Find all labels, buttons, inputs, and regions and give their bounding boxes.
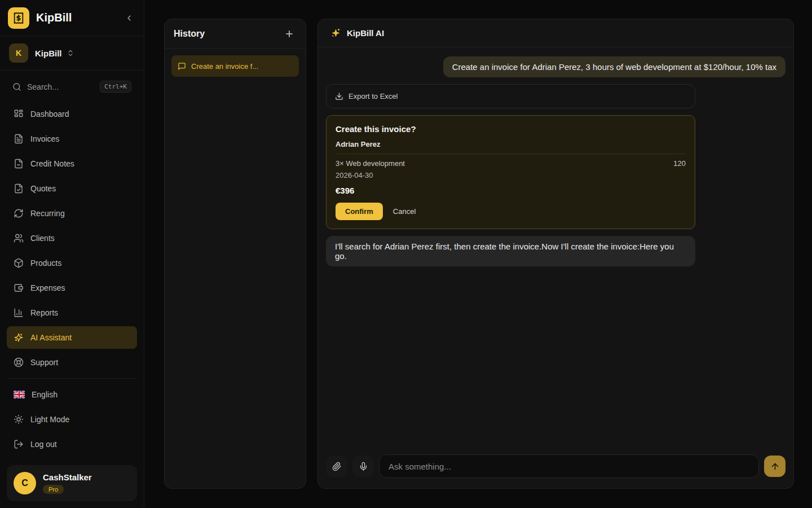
- export-to-excel-button[interactable]: Export to Excel: [326, 84, 695, 108]
- user-info: CashStalker Pro: [43, 472, 92, 494]
- chevrons-up-down-icon: [67, 49, 74, 57]
- microphone-icon: [359, 462, 368, 471]
- main-content: History Create an invoice f...: [144, 0, 812, 508]
- message-list: Create an invoice for Adrian Perez, 3 ho…: [318, 47, 793, 448]
- user-message-bubble: Create an invoice for Adrian Perez, 3 ho…: [443, 56, 785, 77]
- invoice-card-actions: Confirm Cancel: [336, 203, 686, 220]
- paperclip-icon: [332, 462, 342, 471]
- sidebar-item-label: Credit Notes: [30, 159, 74, 168]
- plus-icon: [284, 29, 294, 39]
- dashboard-icon: [14, 109, 24, 119]
- plan-badge: Pro: [43, 485, 64, 494]
- sidebar-item-ai-assistant[interactable]: AI Assistant: [7, 326, 137, 349]
- bar-chart-icon: [14, 308, 24, 318]
- user-message-row: Create an invoice for Adrian Perez, 3 ho…: [326, 56, 785, 77]
- sidebar-item-label: Quotes: [30, 184, 56, 193]
- sidebar-item-label: Support: [30, 358, 58, 367]
- sidebar-item-label: Dashboard: [30, 110, 69, 119]
- history-panel: History Create an invoice f...: [164, 19, 306, 489]
- invoice-file-icon: [14, 134, 24, 144]
- sparkles-icon: [330, 28, 341, 38]
- sidebar-divider: [7, 378, 137, 379]
- sidebar-item-label: Clients: [30, 234, 55, 243]
- sidebar-item-credit-notes[interactable]: Credit Notes: [7, 152, 137, 175]
- wallet-icon: [14, 283, 24, 293]
- sidebar-header: KipBill: [0, 0, 144, 36]
- search-shortcut-badge: Ctrl+K: [100, 81, 131, 93]
- theme-toggle[interactable]: Light Mode: [7, 408, 137, 431]
- arrow-up-icon: [770, 462, 780, 471]
- logout-label: Log out: [30, 440, 57, 449]
- workspace-avatar: K: [9, 43, 28, 63]
- sidebar-collapse-button[interactable]: [122, 11, 136, 25]
- confirm-button[interactable]: Confirm: [336, 203, 383, 220]
- sidebar-item-label: Recurring: [30, 209, 65, 218]
- user-name: CashStalker: [43, 472, 92, 482]
- sidebar-item-label: AI Assistant: [30, 333, 72, 342]
- sidebar-item-products[interactable]: Products: [7, 252, 137, 274]
- history-item-label: Create an invoice f...: [191, 62, 258, 71]
- language-selector[interactable]: English: [7, 383, 137, 406]
- assistant-message-bubble: I'll search for Adrian Perez first, then…: [326, 236, 695, 266]
- sidebar-nav: Dashboard Invoices Credit Notes Quotes R…: [0, 99, 144, 458]
- search-icon: [12, 82, 21, 91]
- send-button[interactable]: [764, 456, 785, 477]
- sidebar-item-recurring[interactable]: Recurring: [7, 202, 137, 225]
- sidebar-item-expenses[interactable]: Expenses: [7, 277, 137, 299]
- app-logo: [8, 7, 29, 29]
- sun-icon: [14, 414, 24, 424]
- user-profile-card[interactable]: C CashStalker Pro: [7, 465, 137, 501]
- package-icon: [14, 258, 24, 268]
- invoice-client-name: Adrian Perez: [336, 140, 686, 154]
- chat-bubble-icon: [178, 62, 186, 71]
- app-root: KipBill K KipBill Search... Ctrl+K: [0, 0, 812, 508]
- history-title: History: [174, 29, 205, 39]
- sidebar-item-invoices[interactable]: Invoices: [7, 128, 137, 150]
- chat-title: KipBill AI: [347, 28, 384, 38]
- sidebar-item-label: Invoices: [30, 134, 59, 143]
- workspace-name: KipBill: [35, 49, 62, 58]
- voice-input-button[interactable]: [352, 456, 374, 477]
- download-icon: [335, 92, 343, 100]
- export-label: Export to Excel: [348, 92, 398, 100]
- chat-input[interactable]: [379, 454, 759, 478]
- invoice-card-title: Create this invoice?: [336, 124, 686, 134]
- sidebar-item-reports[interactable]: Reports: [7, 301, 137, 324]
- sidebar-item-dashboard[interactable]: Dashboard: [7, 103, 137, 125]
- sidebar-item-label: Expenses: [30, 283, 65, 292]
- cancel-button[interactable]: Cancel: [393, 207, 416, 216]
- invoice-line-item: 3× Web development 120: [336, 159, 686, 168]
- history-list-item[interactable]: Create an invoice f...: [171, 55, 299, 77]
- attach-file-button[interactable]: [326, 456, 347, 477]
- app-title: KipBill: [36, 11, 72, 24]
- search-trigger[interactable]: Search... Ctrl+K: [8, 77, 136, 96]
- logout-icon: [14, 439, 24, 449]
- uk-flag-icon: [14, 391, 25, 398]
- sidebar-item-clients[interactable]: Clients: [7, 227, 137, 249]
- workspace-switcher[interactable]: K KipBill: [0, 36, 144, 71]
- logout-button[interactable]: Log out: [7, 433, 137, 456]
- language-label: English: [32, 390, 58, 399]
- avatar: C: [14, 472, 36, 494]
- invoice-due-date: 2026-04-30: [336, 171, 686, 179]
- message-composer: [318, 448, 793, 488]
- theme-toggle-label: Light Mode: [30, 415, 69, 424]
- sidebar-item-quotes[interactable]: Quotes: [7, 177, 137, 200]
- history-list: Create an invoice f...: [165, 49, 306, 84]
- invoice-item-label: 3× Web development: [336, 159, 405, 168]
- file-minus-icon: [14, 159, 24, 169]
- chat-panel: KipBill AI Create an invoice for Adrian …: [317, 19, 794, 489]
- sidebar-item-support[interactable]: Support: [7, 351, 137, 374]
- chat-header: KipBill AI: [318, 19, 793, 47]
- sidebar-item-label: Products: [30, 259, 61, 268]
- search-placeholder-text: Search...: [27, 82, 59, 91]
- life-buoy-icon: [14, 357, 24, 367]
- refresh-icon: [14, 208, 24, 218]
- receipt-dollar-icon: [12, 12, 25, 24]
- invoice-total: €396: [336, 186, 686, 195]
- chevron-left-icon: [125, 14, 134, 23]
- file-check-icon: [14, 183, 24, 194]
- new-chat-button[interactable]: [282, 27, 297, 41]
- sparkles-icon: [14, 332, 24, 343]
- history-header: History: [165, 19, 306, 49]
